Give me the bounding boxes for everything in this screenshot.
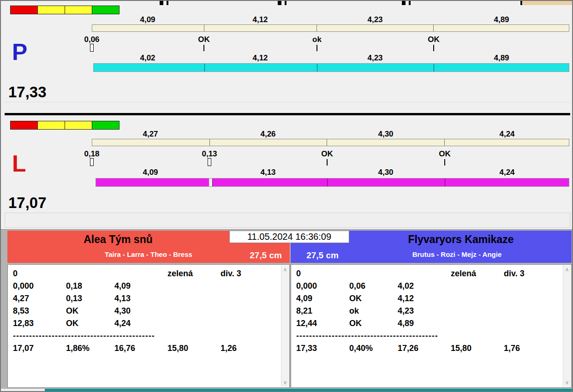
exchange-status: ok [294, 35, 340, 44]
exchange-marker [203, 45, 204, 51]
split-time: 4,12 [237, 15, 283, 24]
hurdle-height: 27,5 cm [240, 250, 291, 261]
window-edge-artifact [278, 1, 281, 5]
table-cell: 4,13 [114, 292, 167, 305]
table-cell: 8,21 [296, 305, 349, 317]
exchange-marker [90, 158, 94, 166]
window-edge-artifact [520, 1, 522, 5]
table-cell: zelená [167, 267, 221, 280]
table-cell: 4,09 [114, 280, 167, 292]
result-bar-segment [445, 178, 569, 186]
table-cell: 4,27 [13, 292, 66, 305]
table-cell: ok [349, 305, 398, 317]
scrollbar[interactable]: ∧ ∨ [281, 265, 289, 387]
table-cell: 4,12 [398, 292, 451, 305]
scroll-up-icon[interactable]: ∧ [281, 267, 289, 273]
timing-app-window: P 4,09 4,12 4,23 4,89 0,06 OK ok OK 4,02… [0, 0, 573, 392]
team-members: Brutus - Rozi - Mejz - Angie [342, 250, 572, 258]
traffic-light-yellow-cell [37, 121, 65, 130]
exchange-status: OK [304, 149, 350, 159]
table-cell: 4,02 [398, 280, 451, 292]
table-cell: OK [349, 317, 398, 330]
table-row: 8,21ok4,23 [291, 305, 563, 317]
window-edge-artifact [523, 1, 573, 5]
team-results-panel-right: 0zelenádiv. 30,0000,064,024,09OK4,128,21… [291, 264, 572, 388]
table-cell: 0 [13, 267, 66, 280]
exchange-status: 0,18 [69, 149, 115, 159]
table-cell: 1,86% [66, 342, 114, 355]
results-table: 0zelenádiv. 30,0000,064,024,09OK4,128,21… [291, 267, 563, 355]
table-cell: zelená [451, 267, 504, 280]
spacer-strip [5, 213, 570, 228]
split-time: 4,27 [127, 130, 173, 139]
results-table: 0zelenádiv. 30,0000,184,094,270,134,138,… [8, 267, 281, 355]
window-edge-artifact [285, 1, 286, 5]
table-cell: 4,09 [296, 292, 349, 305]
start-traffic-light [10, 6, 119, 14]
team-name: Alea Tým snů [7, 233, 229, 246]
split-time: 4,23 [352, 15, 398, 24]
lane-letter: L [12, 152, 26, 175]
table-cell: 15,80 [167, 342, 221, 355]
track-segment [210, 139, 328, 146]
table-cell: 1,76 [504, 342, 520, 355]
result-bar-segment [94, 64, 204, 71]
scrollbar[interactable]: ∧ ∨ [563, 265, 571, 387]
traffic-light-green-cell [92, 6, 119, 14]
result-bar-segment [327, 178, 445, 186]
exchange-status: 0,06 [69, 35, 115, 44]
split-time: 4,30 [363, 168, 409, 177]
split-time: 4,30 [363, 130, 409, 139]
split-time: 4,09 [125, 15, 171, 24]
split-time: 4,23 [352, 53, 398, 63]
result-bar-segment [434, 64, 569, 71]
table-cell: 17,33 [296, 342, 349, 355]
window-edge-artifact [402, 1, 406, 5]
table-cell: 0,000 [13, 280, 66, 292]
team-name: Flyvaryors Kamikaze [350, 233, 572, 246]
window-edge-artifact [167, 1, 168, 5]
table-row: 4,09OK4,12 [291, 292, 563, 305]
table-cell: 4,23 [398, 305, 451, 317]
table-row: 12,44OK4,89 [291, 317, 563, 330]
table-cell: OK [66, 317, 114, 330]
table-cell: div. 3 [504, 267, 525, 280]
split-time: 4,13 [245, 168, 291, 177]
upper-track-bar [92, 139, 569, 146]
track-segment [445, 139, 569, 146]
lane-total-time: 17,07 [8, 195, 47, 210]
lane-letter: P [12, 41, 27, 64]
traffic-light-red-cell [10, 121, 38, 130]
exchange-status: 0,13 [186, 149, 233, 159]
table-cell: 12,44 [296, 317, 349, 330]
table-cell: 16,76 [114, 342, 167, 355]
split-time: 4,09 [127, 168, 173, 177]
traffic-light-yellow-cell [37, 6, 65, 14]
table-row: 0zelenádiv. 3 [8, 267, 281, 280]
table-cell: 17,26 [398, 342, 451, 355]
result-bar-segment [317, 64, 434, 71]
track-segment [327, 139, 445, 146]
table-cell: div. 3 [221, 267, 241, 280]
lane-result-bar [93, 63, 569, 72]
result-bar-segment [96, 178, 209, 186]
table-row: ----------------------------------------… [291, 330, 563, 342]
scroll-up-icon[interactable]: ∧ [563, 267, 571, 273]
table-cell: 0,13 [66, 292, 114, 305]
exchange-marker [433, 45, 434, 51]
scroll-down-icon[interactable]: ∨ [281, 380, 289, 386]
window-edge-artifact [409, 1, 411, 5]
traffic-light-yellow-cell [65, 121, 92, 130]
table-cell: 1,26 [221, 342, 237, 355]
table-row: 4,270,134,13 [8, 292, 281, 305]
exchange-status: OK [181, 35, 227, 44]
results-section: Alea Tým snů Taira - Larra - Theo - Bres… [1, 229, 573, 389]
traffic-light-yellow-cell [65, 6, 92, 14]
lane-total-time: 17,33 [8, 84, 47, 100]
table-row: 0,0000,064,02 [291, 280, 563, 292]
table-cell: 0,06 [349, 280, 398, 292]
scroll-down-icon[interactable]: ∨ [563, 380, 571, 386]
split-time: 4,12 [237, 53, 283, 63]
exchange-status: OK [422, 149, 468, 159]
exchange-marker [208, 158, 211, 166]
